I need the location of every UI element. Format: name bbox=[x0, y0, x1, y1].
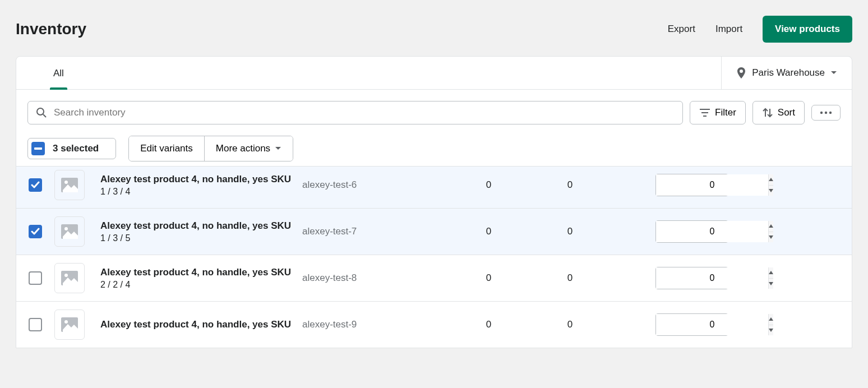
product-thumbnail[interactable] bbox=[54, 263, 85, 293]
bulk-selection-wrap: 3 selected bbox=[27, 138, 116, 159]
dots-horizontal-icon bbox=[820, 111, 832, 114]
product-title: Alexey test product 4, no handle, yes SK… bbox=[100, 220, 302, 233]
quantity-stepper-buttons bbox=[768, 221, 773, 242]
product-variant: 2 / 2 / 4 bbox=[100, 280, 302, 290]
caret-up-icon bbox=[769, 224, 773, 228]
page-title: Inventory bbox=[16, 20, 86, 38]
caret-up-icon bbox=[769, 271, 773, 274]
filter-icon bbox=[699, 108, 710, 117]
svg-point-12 bbox=[64, 227, 68, 230]
import-button[interactable]: Import bbox=[715, 24, 742, 35]
quantity-stepper-buttons bbox=[768, 314, 773, 335]
row-checkbox[interactable] bbox=[29, 271, 42, 285]
product-variant: 1 / 3 / 5 bbox=[100, 233, 302, 243]
row-checkbox[interactable] bbox=[29, 178, 42, 192]
svg-rect-8 bbox=[34, 147, 42, 150]
product-title: Alexey test product 4, no handle, yes SK… bbox=[100, 173, 302, 186]
caret-down-icon bbox=[830, 71, 837, 75]
inventory-table: Alexey test product 4, no handle, yes SK… bbox=[16, 166, 852, 348]
more-button[interactable] bbox=[811, 105, 841, 121]
product-name-cell[interactable]: Alexey test product 4, no handle, yes SK… bbox=[100, 173, 302, 197]
selected-count: 3 selected bbox=[53, 143, 110, 154]
quantity-cell bbox=[655, 174, 751, 196]
tab-all[interactable]: All bbox=[40, 57, 77, 89]
product-title: Alexey test product 4, no handle, yes SK… bbox=[100, 266, 302, 279]
quantity-stepper-buttons bbox=[768, 174, 773, 196]
image-placeholder-icon bbox=[61, 271, 78, 285]
sku-cell: alexey-test-6 bbox=[302, 179, 448, 191]
caret-down-icon bbox=[275, 146, 281, 151]
available-cell: 0 bbox=[529, 226, 611, 237]
quantity-stepper-buttons bbox=[768, 267, 773, 289]
edit-variants-button[interactable]: Edit variants bbox=[129, 136, 204, 161]
tabs-list: All bbox=[16, 57, 721, 89]
quantity-cell bbox=[655, 267, 751, 289]
sort-icon bbox=[762, 108, 773, 118]
filter-button[interactable]: Filter bbox=[690, 101, 746, 124]
header-actions: Export Import View products bbox=[668, 16, 852, 43]
row-checkbox[interactable] bbox=[29, 225, 42, 238]
committed-cell: 0 bbox=[448, 319, 529, 330]
table-row: Alexey test product 4, no handle, yes SK… bbox=[16, 166, 852, 208]
available-cell: 0 bbox=[529, 319, 611, 330]
quantity-input[interactable] bbox=[656, 267, 768, 289]
caret-up-icon bbox=[769, 317, 773, 321]
caret-down-icon bbox=[769, 235, 773, 239]
quantity-cell bbox=[655, 313, 751, 336]
sku-cell: alexey-test-9 bbox=[302, 319, 448, 330]
table-row: Alexey test product 4, no handle, yes SK… bbox=[16, 301, 852, 348]
sku-cell: alexey-test-7 bbox=[302, 226, 448, 237]
table-row: Alexey test product 4, no handle, yes SK… bbox=[16, 255, 852, 301]
product-name-cell[interactable]: Alexey test product 4, no handle, yes SK… bbox=[100, 266, 302, 290]
product-thumbnail[interactable] bbox=[54, 310, 85, 340]
location-selector[interactable]: Paris Warehouse bbox=[721, 57, 852, 89]
toolbar-row: Filter Sort bbox=[16, 90, 852, 136]
svg-line-1 bbox=[43, 114, 46, 117]
quantity-decrement[interactable] bbox=[769, 325, 773, 336]
quantity-input[interactable] bbox=[656, 221, 768, 242]
quantity-increment[interactable] bbox=[769, 174, 773, 185]
image-placeholder-icon bbox=[61, 178, 78, 192]
committed-cell: 0 bbox=[448, 272, 529, 284]
quantity-decrement[interactable] bbox=[769, 185, 773, 196]
svg-point-7 bbox=[829, 112, 832, 114]
more-actions-button[interactable]: More actions bbox=[204, 136, 293, 161]
view-products-button[interactable]: View products bbox=[763, 16, 852, 43]
quantity-stepper[interactable] bbox=[655, 267, 728, 289]
tabs-row: All Paris Warehouse bbox=[16, 57, 852, 90]
quantity-increment[interactable] bbox=[769, 314, 773, 325]
sort-button[interactable]: Sort bbox=[752, 101, 805, 124]
available-cell: 0 bbox=[529, 179, 611, 191]
quantity-cell bbox=[655, 220, 751, 243]
quantity-input[interactable] bbox=[656, 314, 768, 335]
quantity-stepper[interactable] bbox=[655, 313, 728, 336]
quantity-increment[interactable] bbox=[769, 267, 773, 278]
search-icon bbox=[36, 107, 47, 118]
export-button[interactable]: Export bbox=[668, 24, 695, 35]
quantity-decrement[interactable] bbox=[769, 232, 773, 243]
product-name-cell[interactable]: Alexey test product 4, no handle, yes SK… bbox=[100, 220, 302, 244]
bulk-actions-row: 3 selected Edit variants More actions bbox=[16, 136, 852, 166]
product-thumbnail[interactable] bbox=[54, 170, 85, 200]
search-wrap[interactable] bbox=[27, 101, 683, 124]
page-header: Inventory Export Import View products bbox=[16, 16, 852, 43]
caret-up-icon bbox=[769, 178, 773, 181]
table-row: Alexey test product 4, no handle, yes SK… bbox=[16, 208, 852, 255]
quantity-input[interactable] bbox=[656, 174, 768, 196]
filter-label: Filter bbox=[715, 107, 736, 118]
select-all-checkbox[interactable] bbox=[31, 142, 45, 155]
row-checkbox[interactable] bbox=[29, 318, 42, 331]
search-input[interactable] bbox=[54, 107, 675, 118]
product-name-cell[interactable]: Alexey test product 4, no handle, yes SK… bbox=[100, 318, 302, 331]
quantity-stepper[interactable] bbox=[655, 220, 728, 243]
product-title: Alexey test product 4, no handle, yes SK… bbox=[100, 318, 302, 331]
quantity-decrement[interactable] bbox=[769, 278, 773, 289]
product-thumbnail[interactable] bbox=[54, 216, 85, 247]
image-placeholder-icon bbox=[61, 224, 78, 239]
svg-point-14 bbox=[64, 274, 68, 277]
caret-down-icon bbox=[769, 282, 773, 285]
quantity-increment[interactable] bbox=[769, 221, 773, 232]
quantity-stepper[interactable] bbox=[655, 174, 728, 196]
location-name: Paris Warehouse bbox=[752, 67, 825, 78]
image-placeholder-icon bbox=[61, 317, 78, 332]
